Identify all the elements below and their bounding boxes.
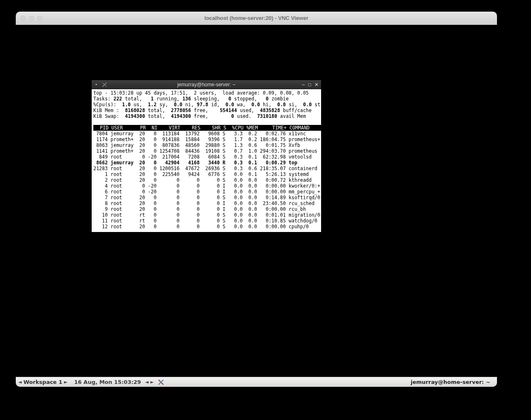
vnc-window: localhost (home-server:20) - VNC Viewer … [16, 12, 497, 387]
tray-next-icon[interactable]: ► [150, 379, 153, 385]
mac-titlebar[interactable]: localhost (home-server:20) - VNC Viewer [16, 12, 497, 25]
remote-desktop[interactable]: • jemurray@home-server: ~ – □ ✕ top - 15… [16, 25, 497, 387]
taskbar[interactable]: ◄ Workspace 1 ► 16 Aug, Mon 15:03:29 ◄ ►… [16, 377, 497, 387]
workspace-switcher[interactable]: ◄ Workspace 1 ► [16, 379, 70, 385]
zoom-light[interactable] [37, 16, 42, 21]
workspace-prev-icon[interactable]: ◄ [18, 379, 22, 385]
tray-prev-icon[interactable]: ◄ [145, 379, 149, 385]
minimize-light[interactable] [29, 16, 34, 21]
tray-pager[interactable]: ◄ ► [145, 379, 156, 385]
taskbar-clock[interactable]: 16 Aug, Mon 15:03:29 [70, 379, 145, 385]
minimize-button[interactable]: – [302, 82, 305, 88]
workspace-label: Workspace 1 [23, 379, 62, 385]
close-light[interactable] [21, 16, 26, 21]
terminal-window[interactable]: • jemurray@home-server: ~ – □ ✕ top - 15… [91, 80, 322, 232]
maximize-button[interactable]: □ [308, 82, 311, 88]
close-button[interactable]: ✕ [314, 82, 319, 88]
workspace-next-icon[interactable]: ► [64, 379, 67, 385]
terminal-title: jemurray@home-server: ~ [92, 82, 321, 88]
taskbar-active-window[interactable]: jemurray@home-server: ~ [404, 379, 497, 385]
terminal-titlebar[interactable]: • jemurray@home-server: ~ – □ ✕ [92, 80, 321, 89]
mac-window-title: localhost (home-server:20) - VNC Viewer [16, 15, 497, 21]
tray-x-icon[interactable] [157, 378, 165, 386]
terminal-output[interactable]: top - 15:03:28 up 45 days, 17:51, 2 user… [92, 89, 321, 232]
traffic-lights [21, 16, 42, 21]
